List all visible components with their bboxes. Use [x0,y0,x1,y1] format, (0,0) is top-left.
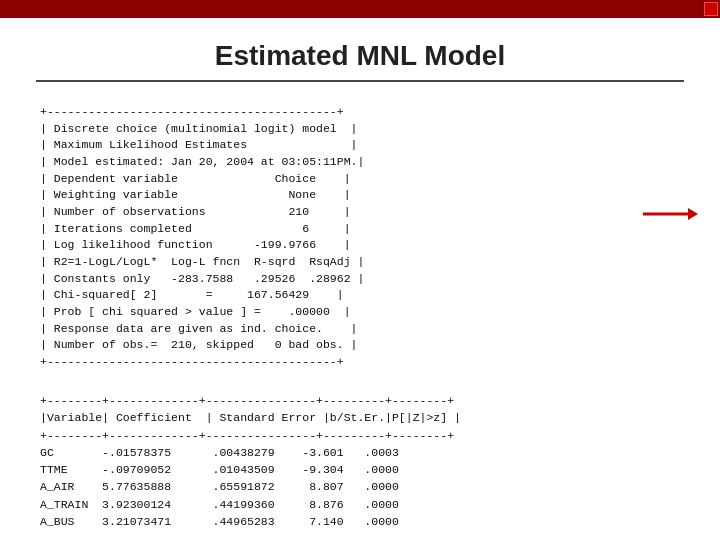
coeff-row-aair: A_AIR 5.77635888 .65591872 8.807 .0000 [40,480,399,493]
content-area: +---------------------------------------… [0,94,720,530]
coeff-row-abus: A_BUS 3.21073471 .44965283 7.140 .0000 [40,515,399,528]
coefficient-table: +--------+-------------+----------------… [40,375,680,530]
title-divider [36,80,684,82]
arrow-icon [638,204,698,224]
top-bar [0,0,720,18]
coeff-row-ttme: TTME -.09709052 .01043509 -9.304 .0000 [40,463,399,476]
title-area: Estimated MNL Model [0,18,720,94]
coeff-row-gc: GC -.01578375 .00438279 -3.601 .0003 [40,446,399,459]
page-title: Estimated MNL Model [0,40,720,72]
coeff-row-atrain: A_TRAIN 3.92300124 .44199360 8.876 .0000 [40,498,399,511]
svg-marker-1 [688,208,698,220]
model-info-block: +---------------------------------------… [40,104,680,371]
red-square-corner [704,2,718,16]
